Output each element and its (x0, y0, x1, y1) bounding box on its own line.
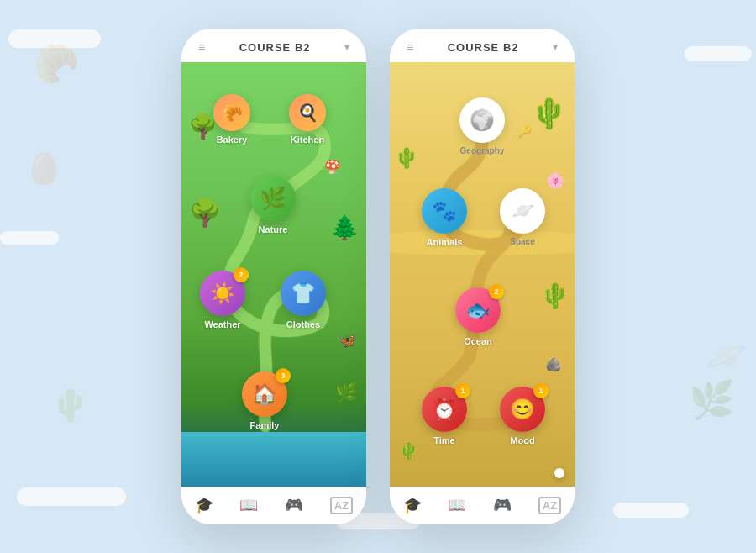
phone-left-nav: 🎓 📖 🎮 AZ (181, 487, 366, 524)
node-mood-circle: 😊 1 (500, 387, 545, 432)
node-nature[interactable]: 🌿 Nature (250, 176, 296, 234)
kitchen-icon: 🍳 (297, 103, 318, 123)
ocean-badge: 2 (489, 284, 504, 299)
node-geography[interactable]: 🌍 Geography (459, 97, 505, 155)
node-weather-circle: ☀️ 2 (200, 271, 245, 316)
bg-deco-leaf: 🌿 (689, 378, 735, 422)
animals-icon: 🐾 (432, 199, 457, 223)
node-space-label: Space (510, 237, 534, 246)
key-deco: 🔑 (517, 124, 532, 138)
node-bakery-label: Bakery (217, 134, 248, 145)
time-icon: ⏰ (432, 398, 457, 421)
water-bottom (181, 432, 366, 487)
node-space-circle: 🪐 (500, 188, 545, 234)
desert-plant-2: 🌵 (398, 440, 419, 461)
phone-left-chevron-icon[interactable]: ▾ (344, 41, 349, 53)
nav-right-az-icon[interactable]: AZ (538, 497, 561, 514)
mushroom-1: 🍄 (324, 159, 341, 175)
node-geography-label: Geography (460, 146, 505, 155)
bg-deco-bread: 🥐 (34, 42, 80, 86)
phone-right-chevron-icon[interactable]: ▾ (553, 41, 558, 53)
node-ocean-circle: 🐟 2 (455, 287, 501, 333)
nav-game-icon[interactable]: 🎮 (285, 496, 303, 514)
bg-cloud-2 (685, 46, 752, 61)
flower-1: 🦋 (338, 331, 356, 350)
mood-badge: 1 (533, 383, 549, 398)
bg-deco-planet: 🪐 (706, 336, 748, 376)
phone-right: ≡ COURSE B2 ▾ 🌵 🌵 🌵 🌸 🌵 🪨 (390, 29, 575, 524)
node-animals-circle: 🐾 (422, 188, 467, 234)
phone-left-title: COURSE B2 (239, 41, 311, 54)
node-kitchen-circle: 🍳 (289, 94, 326, 131)
node-mood[interactable]: 😊 1 Mood (500, 387, 545, 445)
bg-deco-seed: 🥚 (25, 151, 63, 187)
cactus-right-1: 🌵 (530, 96, 568, 131)
family-icon: 🏠 (252, 382, 277, 406)
bakery-icon: 🥐 (222, 103, 243, 123)
cactus-left-1: 🌵 (394, 146, 419, 170)
phone-right-content: 🌵 🌵 🌵 🌸 🌵 🪨 🌍 Geography 🔑 🐾 (390, 62, 575, 487)
node-family[interactable]: 🏠 3 Family (242, 371, 287, 430)
geography-icon: 🌍 (470, 108, 495, 132)
node-weather[interactable]: ☀️ 2 Weather (200, 271, 245, 329)
nav-az-icon[interactable]: AZ (330, 497, 353, 514)
node-animals[interactable]: 🐾 Animals (422, 188, 467, 247)
bush-right: 🌿 (335, 382, 358, 403)
phone-right-title: COURSE B2 (448, 41, 519, 54)
nav-right-book-icon[interactable]: 📖 (448, 496, 466, 514)
node-ocean[interactable]: 🐟 2 Ocean (455, 287, 501, 346)
node-kitchen[interactable]: 🍳 Kitchen (289, 94, 326, 145)
connector-dot (554, 468, 564, 478)
node-clothes-circle: 👕 (281, 271, 326, 316)
tree-right-1: 🌲 (330, 213, 360, 241)
node-bakery[interactable]: 🥐 Bakery (213, 94, 250, 145)
nav-right-game-icon[interactable]: 🎮 (493, 496, 512, 514)
phone-left-header: ≡ COURSE B2 ▾ (181, 29, 366, 62)
phones-container: ≡ COURSE B2 ▾ 🌳 🌲 🍄 🦋 🌳 🌿 (181, 29, 575, 524)
phone-right-header: ≡ COURSE B2 ▾ (390, 29, 575, 62)
node-time-label: Time (433, 435, 454, 445)
node-clothes[interactable]: 👕 Clothes (281, 271, 326, 329)
time-badge: 1 (455, 383, 470, 398)
node-weather-label: Weather (204, 319, 240, 329)
ocean-icon: 🐟 (465, 298, 491, 322)
tree-left-1: 🌳 (188, 197, 222, 229)
node-nature-circle: 🌿 (250, 176, 296, 221)
node-clothes-label: Clothes (286, 319, 320, 329)
nav-book-icon[interactable]: 📖 (239, 496, 258, 514)
space-icon: 🪐 (512, 200, 534, 222)
clothes-icon: 👕 (291, 282, 316, 305)
mood-icon: 😊 (510, 398, 535, 421)
cactus-right-2: 🌵 (539, 281, 570, 310)
node-time[interactable]: ⏰ 1 Time (422, 387, 467, 445)
phone-left-content: 🌳 🌲 🍄 🦋 🌳 🌿 🥐 Bakery 🍳 Kitchen (181, 62, 366, 487)
node-time-circle: ⏰ 1 (422, 387, 467, 432)
node-bakery-circle: 🥐 (213, 94, 250, 131)
bg-cloud-3 (0, 231, 59, 245)
node-kitchen-label: Kitchen (291, 134, 324, 145)
phone-left: ≡ COURSE B2 ▾ 🌳 🌲 🍄 🦋 🌳 🌿 (181, 29, 366, 524)
node-space[interactable]: 🪐 Space (500, 188, 545, 246)
node-family-circle: 🏠 3 (242, 371, 287, 417)
node-family-label: Family (250, 420, 280, 430)
node-mood-label: Mood (510, 435, 534, 445)
node-geography-circle: 🌍 (459, 97, 505, 143)
phone-left-menu-icon[interactable]: ≡ (198, 40, 205, 54)
desert-rock: 🪨 (545, 356, 562, 372)
node-animals-label: Animals (427, 237, 463, 247)
desert-plant-1: 🌸 (546, 171, 564, 190)
phone-right-nav: 🎓 📖 🎮 AZ (390, 487, 575, 524)
family-badge: 3 (276, 368, 291, 383)
phone-right-menu-icon[interactable]: ≡ (407, 40, 413, 54)
weather-icon: ☀️ (210, 282, 235, 305)
bg-cloud-5 (613, 503, 689, 518)
weather-badge: 2 (234, 267, 249, 282)
nature-icon: 🌿 (260, 186, 286, 212)
node-ocean-label: Ocean (464, 336, 492, 346)
bg-deco-cactus: 🌵 (50, 387, 90, 424)
nav-learn-icon[interactable]: 🎓 (195, 496, 213, 514)
node-nature-label: Nature (259, 224, 288, 234)
nav-right-learn-icon[interactable]: 🎓 (403, 496, 422, 514)
bg-cloud-4 (17, 487, 126, 506)
